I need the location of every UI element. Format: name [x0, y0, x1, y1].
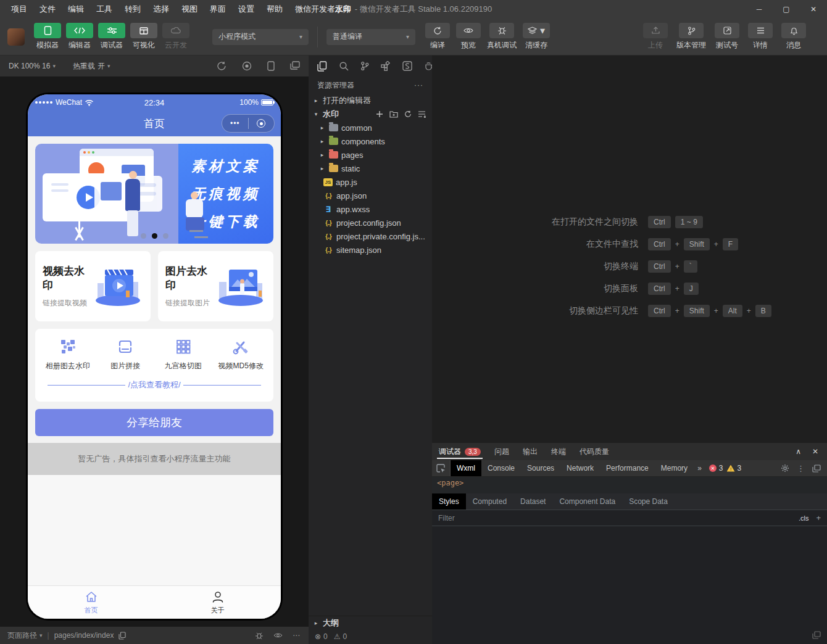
- video-md5-item[interactable]: 视频MD5修改: [212, 337, 270, 371]
- grid-cut-item[interactable]: 九宫格切图: [154, 337, 212, 371]
- menu-view[interactable]: 视图: [177, 2, 202, 17]
- devtools-tab-sources[interactable]: Sources: [521, 460, 560, 476]
- external-link-icon[interactable]: [715, 23, 739, 38]
- menu-help[interactable]: 帮助: [262, 2, 288, 17]
- version-control-button[interactable]: 版本管理: [676, 23, 706, 51]
- remote-debug-button[interactable]: 真机调试: [487, 23, 517, 51]
- menu-file[interactable]: 文件: [35, 2, 60, 17]
- wxml-element-tree[interactable]: <page>: [432, 477, 827, 493]
- menu-select[interactable]: 选择: [148, 2, 174, 17]
- inspect-element-icon[interactable]: [432, 460, 451, 476]
- tab-problems[interactable]: 问题: [488, 443, 516, 460]
- more-menu-icon[interactable]: •••: [222, 119, 248, 128]
- avatar[interactable]: [7, 28, 25, 46]
- open-editors-section[interactable]: ▸ 打开的编辑器: [309, 94, 432, 107]
- extensions-icon[interactable]: [381, 61, 391, 71]
- collapse-all-icon[interactable]: [418, 110, 426, 118]
- files-icon[interactable]: [317, 61, 327, 72]
- upload-button[interactable]: 上传: [643, 23, 668, 51]
- new-folder-icon[interactable]: [389, 110, 398, 118]
- maximize-icon[interactable]: ▢: [773, 0, 800, 19]
- tab-scope-data[interactable]: Scope Data: [622, 493, 675, 510]
- tab-debugger[interactable]: 调试器 3,3: [432, 443, 488, 460]
- npm-icon[interactable]: [402, 61, 412, 71]
- tab-component-data[interactable]: Component Data: [552, 493, 622, 510]
- menu-devtools[interactable]: 微信开发者工具: [290, 2, 356, 17]
- toggle-simulator[interactable]: 模拟器: [33, 23, 62, 51]
- bug-icon[interactable]: [489, 23, 514, 38]
- toggle-debugger[interactable]: 调试器: [98, 23, 126, 51]
- more-options-icon[interactable]: ⋯: [293, 631, 300, 640]
- tab-home[interactable]: 首页: [28, 586, 154, 619]
- preview-button[interactable]: 预览: [456, 23, 481, 51]
- refresh-icon[interactable]: [425, 23, 450, 38]
- devtools-tab-memory[interactable]: Memory: [655, 460, 694, 476]
- simulator-icon[interactable]: [34, 23, 61, 38]
- toggle-visualizer[interactable]: 可视化: [130, 23, 158, 51]
- compile-select[interactable]: 普通编译 ▾: [326, 29, 415, 45]
- record-icon[interactable]: [242, 61, 252, 71]
- tab-terminal[interactable]: 终端: [544, 443, 573, 460]
- folder-components[interactable]: ▸ components: [309, 134, 432, 148]
- console-warning-count[interactable]: ! 3: [727, 464, 742, 473]
- git-branch-icon[interactable]: [679, 23, 704, 38]
- upload-icon[interactable]: [643, 23, 668, 38]
- outline-section[interactable]: ▸ 大纲: [309, 616, 432, 629]
- refresh-icon[interactable]: [404, 110, 412, 118]
- file-project-config[interactable]: {..} project.config.json: [309, 216, 432, 229]
- tab-code-quality[interactable]: 代码质量: [573, 443, 616, 460]
- layers-icon[interactable]: ▾: [523, 23, 550, 38]
- page-path-select[interactable]: 页面路径 ▾: [0, 630, 43, 641]
- devtools-tab-wxml[interactable]: Wxml: [451, 460, 481, 476]
- menu-edit[interactable]: 编辑: [63, 2, 89, 17]
- devtools-tab-network[interactable]: Network: [560, 460, 600, 476]
- search-icon[interactable]: [339, 61, 349, 71]
- styles-filter-input[interactable]: [438, 514, 799, 522]
- tab-about[interactable]: 关于: [154, 586, 281, 619]
- close-icon[interactable]: ✕: [800, 0, 827, 19]
- menu-settings[interactable]: 设置: [233, 2, 259, 17]
- clear-cache-button[interactable]: ▾ 清缓存: [523, 23, 550, 51]
- image-watermark-card[interactable]: 图片去水印 链接提取图片: [158, 251, 273, 321]
- tab-dataset[interactable]: Dataset: [513, 493, 552, 510]
- dock-side-icon[interactable]: [812, 631, 821, 639]
- more-tabs-icon[interactable]: »: [694, 464, 705, 473]
- banner-carousel[interactable]: 素材文案 无痕视频 一键下载: [35, 144, 273, 244]
- toggle-editor[interactable]: 编辑器: [65, 23, 94, 51]
- project-root-row[interactable]: ▾ 水印: [309, 107, 432, 121]
- test-account-button[interactable]: 测试号: [715, 23, 739, 51]
- menu-interface[interactable]: 界面: [205, 2, 231, 17]
- new-style-rule-button[interactable]: +: [816, 513, 821, 522]
- toggle-class-button[interactable]: .cls: [799, 514, 809, 522]
- folder-static[interactable]: ▸ static: [309, 162, 432, 175]
- share-button[interactable]: 分享给朋友: [35, 409, 273, 436]
- layout-icon[interactable]: [130, 23, 157, 38]
- cloud-icon[interactable]: [162, 23, 189, 38]
- folder-common[interactable]: ▸ common: [309, 121, 432, 134]
- console-error-count[interactable]: ✕ 3: [709, 464, 723, 473]
- album-watermark-item[interactable]: 相册图去水印: [39, 337, 97, 371]
- tab-output[interactable]: 输出: [516, 443, 544, 460]
- compile-button[interactable]: 编译: [425, 23, 450, 51]
- undock-icon[interactable]: [812, 464, 821, 473]
- bell-icon[interactable]: [781, 23, 806, 38]
- multi-window-icon[interactable]: [290, 61, 300, 71]
- folder-pages[interactable]: ▸ pages: [309, 148, 432, 162]
- toggle-cloud[interactable]: 云开发: [162, 23, 190, 51]
- details-button[interactable]: 详情: [748, 23, 773, 51]
- file-app-wxss[interactable]: ∃ app.wxss: [309, 202, 432, 216]
- visibility-icon[interactable]: [273, 632, 283, 638]
- panel-close-icon[interactable]: ✕: [812, 447, 818, 456]
- hot-reload-toggle[interactable]: 热重载 开 ▾: [64, 61, 119, 72]
- tab-computed[interactable]: Computed: [466, 493, 513, 510]
- devtools-tab-console[interactable]: Console: [481, 460, 521, 476]
- file-project-private-config[interactable]: {..} project.private.config.js...: [309, 229, 432, 243]
- copy-path-icon[interactable]: [118, 632, 126, 640]
- file-app-json[interactable]: {..} app.json: [309, 189, 432, 202]
- messages-button[interactable]: 消息: [781, 23, 806, 51]
- exit-target-icon[interactable]: [249, 119, 275, 128]
- minimize-icon[interactable]: ─: [746, 0, 773, 19]
- git-icon[interactable]: [360, 61, 369, 71]
- mode-select[interactable]: 小程序模式 ▾: [212, 29, 309, 45]
- vconsole-bug-icon[interactable]: [255, 632, 264, 640]
